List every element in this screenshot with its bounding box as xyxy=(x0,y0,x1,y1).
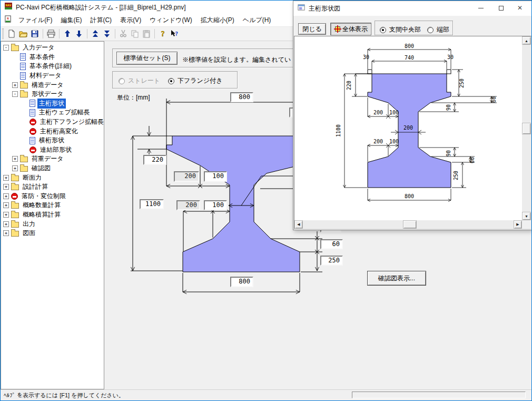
move-bottom-button[interactable] xyxy=(101,28,113,40)
popup-close-button[interactable]: 閉じる xyxy=(298,23,326,35)
scroll-down-icon[interactable]: ▼ xyxy=(522,212,531,220)
open-file-button[interactable] xyxy=(17,28,29,40)
top-haunch-200-field[interactable]: 200 xyxy=(174,171,199,182)
sidebar-item-fall-prevention[interactable]: +落防・変位制限 xyxy=(1,192,104,201)
paste-button[interactable] xyxy=(141,28,152,40)
sidebar-item-structure[interactable]: +構造データ xyxy=(1,80,104,90)
radio-straight[interactable]: ストレート xyxy=(119,76,160,85)
bottom-width-field[interactable]: 800 xyxy=(230,277,253,287)
menu-file[interactable]: ファイル(F) xyxy=(14,14,56,26)
disabled-icon xyxy=(29,119,36,125)
expand-toggle[interactable]: + xyxy=(3,175,9,181)
sidebar-item-shape[interactable]: -形状データ xyxy=(1,90,104,99)
fit-view-button[interactable]: 全体表示 xyxy=(330,23,371,35)
new-file-button[interactable] xyxy=(6,28,17,40)
menu-window[interactable]: ウィンドウ(W) xyxy=(145,14,196,26)
radio-straight-circle[interactable] xyxy=(119,78,125,84)
disabled-icon xyxy=(29,128,36,135)
sidebar-item-estimate-calc[interactable]: +概略積算計算 xyxy=(1,210,104,220)
menu-zoom[interactable]: 拡大縮小(P) xyxy=(196,14,239,26)
copy-button[interactable] xyxy=(129,28,141,40)
scroll-left-icon[interactable]: ◀ xyxy=(294,220,303,229)
status-bar: ﾍﾙﾌﾟ を表示するには [F1] を押してください。 xyxy=(1,389,531,400)
vertical-scroll-thumb[interactable] xyxy=(522,123,531,134)
dim-web-200: 200 xyxy=(403,125,413,131)
sidebar-item-drawing[interactable]: +図面 xyxy=(1,229,104,238)
sidebar-item-load[interactable]: +荷重データ xyxy=(1,154,104,164)
expand-toggle[interactable]: + xyxy=(3,193,9,199)
sidebar-item-connection[interactable]: 連結部形状 xyxy=(1,145,104,155)
scroll-up-icon[interactable]: ▲ xyxy=(522,36,531,45)
expand-toggle[interactable]: + xyxy=(12,165,18,171)
vertical-scrollbar[interactable]: ▲ ▼ xyxy=(522,36,531,220)
move-up-button[interactable] xyxy=(62,28,73,40)
print-button[interactable] xyxy=(45,28,57,40)
menu-view[interactable]: 表示(V) xyxy=(116,14,145,26)
top-width-field[interactable]: 800 xyxy=(230,92,253,102)
sidebar-item-section-force[interactable]: +断面力 xyxy=(1,173,104,182)
radio-bottom-flange-circle[interactable] xyxy=(168,78,174,84)
toolbar-grip[interactable] xyxy=(2,28,4,39)
expand-toggle[interactable]: + xyxy=(3,202,9,208)
radio-midspan-circle[interactable] xyxy=(380,27,386,33)
radio-midspan[interactable]: 支間中央部 xyxy=(380,25,421,34)
expand-toggle[interactable]: - xyxy=(3,45,9,51)
bottom-haunch-60-field[interactable]: 60 xyxy=(320,239,343,249)
dim-30-right: 30 xyxy=(447,54,454,60)
expand-toggle[interactable]: + xyxy=(3,184,9,190)
sidebar-item-flange-widening[interactable]: 主桁下フランジ拡幅長 xyxy=(1,118,104,127)
flange-edge-depth-field[interactable]: 220 xyxy=(143,155,166,165)
expand-toggle[interactable]: - xyxy=(12,91,18,97)
sidebar-item-quantity-calc[interactable]: +概略数量計算 xyxy=(1,201,104,210)
dim-top-60: 60 xyxy=(491,96,497,103)
folder-icon xyxy=(11,231,19,237)
horizontal-scroll-thumb[interactable] xyxy=(403,220,417,229)
fit-view-icon xyxy=(334,25,341,33)
menu-calc[interactable]: 計算(C) xyxy=(86,14,116,26)
expand-toggle[interactable]: + xyxy=(3,221,9,227)
bottom-haunch-200-field[interactable]: 200 xyxy=(176,200,200,210)
expand-toggle[interactable]: + xyxy=(3,230,9,236)
sidebar-item-material[interactable]: 材料データ xyxy=(1,71,104,81)
sidebar-item-web-widening[interactable]: 主桁ウェブ拡幅長 xyxy=(1,108,104,118)
minimize-icon[interactable] xyxy=(472,1,490,15)
sidebar-item-confirm-fig[interactable]: +確認図 xyxy=(1,164,104,173)
radio-end-circle[interactable] xyxy=(427,27,434,33)
expand-toggle[interactable]: + xyxy=(12,156,18,162)
expand-toggle[interactable]: + xyxy=(12,82,18,88)
move-down-button[interactable] xyxy=(73,28,85,40)
sidebar-item-basic-detail[interactable]: 基本条件(詳細) xyxy=(1,62,104,71)
document-icon xyxy=(20,53,26,61)
cut-button[interactable] xyxy=(117,28,129,40)
girder-height-field[interactable]: 1100 xyxy=(140,199,164,209)
radio-end[interactable]: 端部 xyxy=(427,25,449,34)
sidebar-item-crossbeam[interactable]: 横桁形状 xyxy=(1,136,104,145)
app-window: NAV PC-Navi PC桁橋概略設計システム - [詳細_Biprel1_H… xyxy=(0,0,532,401)
close-icon[interactable]: ✕ xyxy=(511,1,529,15)
maximize-icon[interactable] xyxy=(492,1,510,15)
menu-edit[interactable]: 編集(E) xyxy=(56,14,86,26)
horizontal-scrollbar[interactable]: ◀ ▶ xyxy=(294,220,522,229)
scroll-right-icon[interactable]: ▶ xyxy=(514,220,522,229)
sidebar-item-basic[interactable]: 基本条件 xyxy=(1,53,104,62)
sidebar-item-depth-change[interactable]: 主桁桁高変化 xyxy=(1,126,104,136)
girder-figure-window: 主桁形状図 ✕ 閉じる 全体表示 支間中央部 端部 xyxy=(293,1,532,230)
context-help-button[interactable]: ? xyxy=(169,28,180,40)
expand-toggle[interactable]: + xyxy=(3,212,9,218)
save-button[interactable] xyxy=(29,28,41,40)
popup-title-bar: 主桁形状図 ✕ xyxy=(293,1,532,16)
top-haunch-100-field[interactable]: 100 xyxy=(204,171,227,182)
sidebar-item-output[interactable]: +出力 xyxy=(1,219,104,229)
help-button[interactable]: ? xyxy=(157,28,169,40)
sidebar-item-girder-shape[interactable]: 主桁形状 xyxy=(1,99,104,109)
radio-bottom-flange[interactable]: 下フランジ付き xyxy=(168,76,222,85)
menu-help[interactable]: ヘルプ(H) xyxy=(239,14,275,26)
bottom-flange-depth-field[interactable]: 250 xyxy=(320,256,343,266)
sidebar-item-design-calc[interactable]: +設計計算 xyxy=(1,182,104,192)
standard-set-button[interactable]: 標準値セット(S) xyxy=(116,52,178,65)
move-top-button[interactable] xyxy=(90,28,101,40)
confirm-figure-button[interactable]: 確認図表示... xyxy=(367,271,426,286)
sidebar-item-input-data[interactable]: -入力データ xyxy=(1,43,104,53)
dim-740: 740 xyxy=(405,55,414,61)
bottom-haunch-100-field[interactable]: 100 xyxy=(204,200,227,210)
